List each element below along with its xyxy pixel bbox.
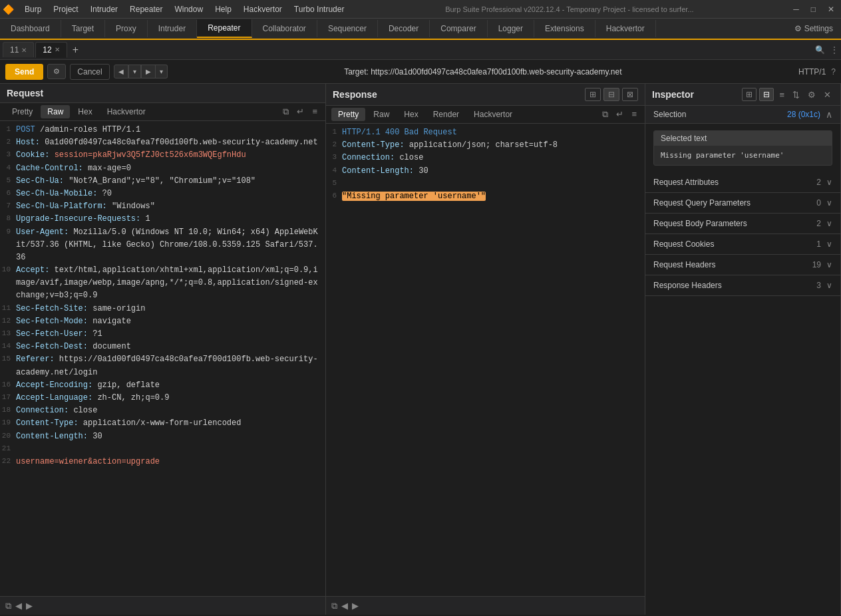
menu-turbo-intruder[interactable]: Turbo Intruder (289, 3, 350, 15)
nav-forward-button[interactable]: ▶ (141, 65, 156, 78)
tab-sequencer[interactable]: Sequencer (317, 20, 378, 37)
req-line-1: 1 POST /admin-roles HTTP/1.1 (0, 124, 325, 136)
req-footer-icon2[interactable]: ◀ (15, 601, 22, 611)
request-sub-tabs: Pretty Raw Hex Hackvertor ⧉ ↵ ≡ (0, 103, 325, 121)
close-btn[interactable]: ✕ (824, 5, 838, 14)
req-line-16: 16 Accept-Encoding: gzip, deflate (0, 379, 325, 392)
tab-comparer[interactable]: Comparer (430, 20, 487, 37)
maximize-btn[interactable]: □ (807, 5, 820, 14)
inspector-section-body-params[interactable]: Request Body Parameters 2 ∨ (645, 214, 840, 234)
req-copy-icon[interactable]: ⧉ (280, 105, 291, 118)
response-view-full[interactable]: ⊠ (622, 88, 638, 101)
selection-value: 28 (0x1c) (787, 110, 820, 119)
menu-project[interactable]: Project (48, 3, 83, 15)
more-options-icon[interactable]: ⋮ (830, 45, 838, 55)
inspector-section-cookies[interactable]: Request Cookies 1 ∨ (645, 234, 840, 255)
req-footer-icon1[interactable]: ⧉ (5, 601, 11, 611)
inspector-align-icon[interactable]: ≡ (776, 88, 787, 101)
res-tab-render[interactable]: Render (426, 108, 466, 121)
section-chevron-2: ∨ (826, 219, 832, 228)
nav-back-button[interactable]: ◀ (114, 65, 128, 78)
selection-collapse-btn[interactable]: ∧ (826, 109, 832, 120)
response-view-split[interactable]: ⊞ (585, 88, 601, 101)
tab-repeater[interactable]: Repeater (197, 19, 252, 38)
nav-back-dropdown[interactable]: ▾ (128, 65, 141, 78)
repeater-tabs: 11 ✕ 12 ✕ + 🔍 ⋮ (0, 40, 841, 60)
menu-window[interactable]: Window (169, 3, 208, 15)
menu-repeater[interactable]: Repeater (124, 3, 168, 15)
res-tab-hex[interactable]: Hex (397, 108, 424, 121)
response-code-area[interactable]: 1 HTTP/1.1 400 Bad Request 2 Content-Typ… (326, 124, 645, 596)
inspector-section-request-headers[interactable]: Request Headers 19 ∨ (645, 255, 840, 275)
tab-proxy[interactable]: Proxy (105, 20, 148, 37)
target-url: Target: https://0a1d00fd0497ca48c0afea7f… (172, 67, 794, 77)
tab-logger[interactable]: Logger (488, 20, 534, 37)
minimize-btn[interactable]: ─ (789, 5, 803, 14)
rep-tab-11-label: 11 (10, 45, 19, 55)
res-footer-icon3[interactable]: ▶ (352, 601, 359, 611)
section-chevron-3: ∨ (826, 239, 832, 249)
http-version[interactable]: HTTP/1 (798, 67, 826, 77)
res-more-icon[interactable]: ≡ (629, 108, 639, 121)
menu-burp[interactable]: Burp (19, 3, 47, 15)
menu-hackvertor[interactable]: Hackvertor (238, 3, 287, 15)
res-line-6: 6 "Missing parameter 'username'" (326, 190, 645, 203)
tab-target[interactable]: Target (61, 20, 105, 37)
tab-dashboard[interactable]: Dashboard (0, 20, 61, 37)
tab-hackvertor[interactable]: Hackvertor (595, 20, 656, 37)
response-view-side[interactable]: ⊟ (603, 88, 619, 101)
response-view-icons: ⊞ ⊟ ⊠ (585, 88, 638, 101)
inspector-split-icon[interactable]: ⇅ (790, 88, 802, 101)
tab-intruder[interactable]: Intruder (148, 20, 197, 37)
inspector-section-response-headers[interactable]: Response Headers 3 ∨ (645, 275, 840, 296)
response-title: Response (333, 89, 377, 100)
nav-arrows: ◀ ▾ ▶ ▾ (114, 65, 168, 78)
menu-intruder[interactable]: Intruder (85, 3, 123, 15)
inspector-view2[interactable]: ⊟ (759, 88, 774, 101)
selection-label: Selection (653, 110, 787, 119)
request-code-area[interactable]: 1 POST /admin-roles HTTP/1.1 2 Host: 0a1… (0, 121, 325, 596)
rep-tab-12-close[interactable]: ✕ (55, 46, 60, 53)
req-line-15: 15 Referer: https://0a1d00fd0497ca48c0af… (0, 353, 325, 379)
section-chevron-4: ∨ (826, 260, 832, 269)
req-tab-raw[interactable]: Raw (41, 105, 70, 118)
res-wrap-icon[interactable]: ↵ (613, 108, 626, 121)
inspector-section-query-params[interactable]: Request Query Parameters 0 ∨ (645, 193, 840, 214)
req-line-17: 17 Accept-Language: zh-CN, zh;q=0.9 (0, 392, 325, 404)
cancel-button[interactable]: Cancel (70, 64, 109, 80)
req-tab-hackvertor[interactable]: Hackvertor (100, 105, 152, 118)
rep-tab-12-label: 12 (43, 45, 51, 55)
inspector-view1[interactable]: ⊞ (742, 88, 757, 101)
res-tab-hackvertor[interactable]: Hackvertor (467, 108, 519, 121)
tab-decoder[interactable]: Decoder (378, 20, 430, 37)
inspector-settings-icon[interactable]: ⚙ (805, 88, 818, 101)
repeater-tab-12[interactable]: 12 ✕ (35, 42, 67, 58)
settings-button[interactable]: ⚙ (47, 64, 66, 79)
selected-text-box-header: Selected text (654, 131, 832, 146)
inspector-close-icon[interactable]: ✕ (821, 88, 834, 101)
res-copy-icon[interactable]: ⧉ (599, 108, 611, 121)
req-line-3: 3 Cookie: session=pkaRjwv3Q5fZJ0ct526x6m… (0, 149, 325, 162)
res-tab-pretty[interactable]: Pretty (331, 108, 365, 121)
inspector-section-request-attributes[interactable]: Request Attributes 2 ∨ (645, 172, 840, 193)
menu-help[interactable]: Help (210, 3, 237, 15)
rep-tab-11-close[interactable]: ✕ (21, 47, 27, 54)
req-tab-hex[interactable]: Hex (71, 105, 98, 118)
tab-extensions[interactable]: Extensions (534, 20, 595, 37)
send-button[interactable]: Send (5, 64, 43, 80)
req-wrap-icon[interactable]: ↵ (294, 105, 307, 118)
search-icon[interactable]: 🔍 (815, 45, 825, 55)
req-footer-icon3[interactable]: ▶ (26, 601, 33, 611)
req-more-icon[interactable]: ≡ (309, 105, 320, 118)
add-tab-button[interactable]: + (69, 44, 83, 56)
res-footer-icon1[interactable]: ⧉ (331, 601, 337, 611)
res-tab-raw[interactable]: Raw (367, 108, 396, 121)
nav-forward-dropdown[interactable]: ▾ (156, 65, 168, 78)
tab-collaborator[interactable]: Collaborator (252, 20, 317, 37)
res-footer-icon2[interactable]: ◀ (341, 601, 348, 611)
req-line-11: 11 Sec-Fetch-Site: same-origin (0, 303, 325, 315)
req-tab-pretty[interactable]: Pretty (5, 105, 39, 118)
repeater-tab-11[interactable]: 11 ✕ (3, 42, 34, 57)
help-icon[interactable]: ? (831, 67, 836, 77)
settings-tab[interactable]: ⚙ Settings (786, 20, 841, 37)
